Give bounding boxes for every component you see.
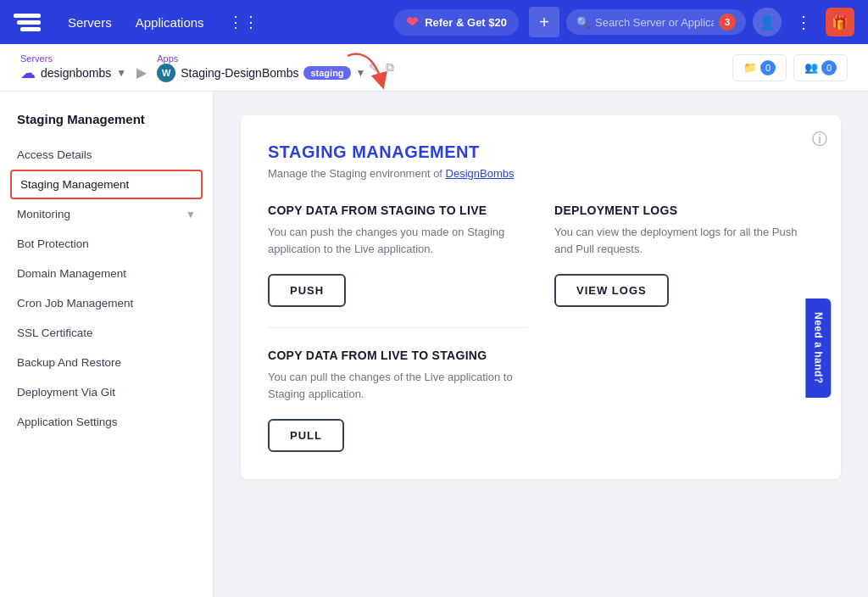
logs-section-title: DEPLOYMENT LOGS: [554, 204, 814, 217]
app-name: Staging-DesignBombs: [181, 66, 298, 80]
search-badge: 3: [719, 14, 736, 31]
content-area: ⓘ STAGING MANAGEMENT Manage the Staging …: [214, 92, 868, 597]
wordpress-icon: W: [157, 64, 175, 82]
divider: [268, 327, 527, 328]
search-input[interactable]: [595, 16, 714, 29]
sidebar-item-bot-protection[interactable]: Bot Protection: [0, 229, 213, 259]
left-column: COPY DATA FROM STAGING TO LIVE You can p…: [268, 204, 527, 452]
breadcrumb-row: Servers ☁ designbombs ▼ ▶ Apps W Staging…: [0, 44, 868, 92]
sidebar-application-settings-label: Application Settings: [17, 416, 118, 428]
sidebar-domain-management-label: Domain Management: [17, 267, 126, 280]
server-icon: ☁: [20, 64, 36, 82]
breadcrumb-right-actions: 📁 0 👥 0: [732, 54, 848, 81]
sidebar-item-backup-and-restore[interactable]: Backup And Restore: [0, 348, 213, 377]
sidebar-title: Staging Management: [0, 112, 213, 140]
pull-section-title: COPY DATA FROM LIVE TO STAGING: [268, 349, 527, 362]
page-subtitle: Manage the Staging environment of Design…: [268, 167, 814, 180]
users-icon: 👥: [804, 61, 818, 74]
files-count: 0: [760, 60, 776, 75]
files-button[interactable]: 📁 0: [732, 54, 787, 81]
help-icon[interactable]: ⓘ: [812, 129, 827, 149]
refer-button[interactable]: ❤ Refer & Get $20: [394, 9, 519, 36]
external-link-icon[interactable]: ⧉: [386, 60, 394, 75]
logs-section-desc: You can view the deployment logs for all…: [554, 224, 814, 257]
grid-icon[interactable]: ⋮⋮: [220, 8, 267, 36]
main-layout: Staging Management Access Details Stagin…: [0, 92, 868, 597]
svg-rect-2: [20, 27, 41, 31]
files-icon: 📁: [743, 61, 757, 74]
sidebar-bot-protection-label: Bot Protection: [17, 237, 89, 250]
server-dropdown-icon[interactable]: ▼: [116, 67, 126, 79]
breadcrumb-app-value[interactable]: W Staging-DesignBombs staging ▼: [157, 64, 365, 82]
push-section-desc: You can push the changes you made on Sta…: [268, 224, 527, 257]
svg-rect-0: [14, 14, 41, 18]
breadcrumb-actions: ✎ ⧉: [369, 60, 394, 75]
sidebar-access-details-label: Access Details: [17, 148, 92, 161]
page-title: STAGING MANAGEMENT: [268, 142, 814, 162]
users-button[interactable]: 👥 0: [793, 54, 848, 81]
sidebar-monitoring-label: Monitoring: [17, 208, 70, 220]
subtitle-text: Manage the Staging environment of: [268, 167, 446, 180]
sidebar-cron-job-management-label: Cron Job Management: [17, 297, 133, 310]
svg-rect-1: [17, 20, 41, 25]
two-col-layout: COPY DATA FROM STAGING TO LIVE You can p…: [268, 204, 814, 452]
gift-icon[interactable]: 🎁: [826, 8, 854, 36]
more-icon[interactable]: ⋮: [788, 8, 819, 36]
pull-button[interactable]: PULL: [268, 419, 344, 452]
breadcrumb-apps-label: Apps: [157, 53, 365, 64]
sidebar-item-ssl-certificate[interactable]: SSL Certificate: [0, 318, 213, 348]
edit-icon[interactable]: ✎: [369, 61, 379, 75]
heart-icon: ❤: [406, 14, 418, 31]
users-count: 0: [821, 60, 837, 75]
sidebar: Staging Management Access Details Stagin…: [0, 92, 214, 597]
sidebar-deployment-git-label: Deployment Via Git: [17, 386, 115, 399]
breadcrumb-apps: Apps W Staging-DesignBombs staging ▼: [157, 53, 365, 82]
logo[interactable]: [14, 10, 46, 34]
sidebar-item-application-settings[interactable]: Application Settings: [0, 407, 213, 437]
push-section-title: COPY DATA FROM STAGING TO LIVE: [268, 204, 527, 217]
sidebar-item-access-details[interactable]: Access Details: [0, 140, 213, 170]
sidebar-ssl-certificate-label: SSL Certificate: [17, 326, 93, 339]
push-button[interactable]: PUSH: [268, 274, 346, 307]
breadcrumb-chevron: ▶: [136, 64, 147, 81]
nav-applications[interactable]: Applications: [127, 10, 213, 35]
sidebar-item-staging-management[interactable]: Staging Management: [10, 170, 203, 199]
sidebar-item-deployment-via-git[interactable]: Deployment Via Git: [0, 377, 213, 407]
topnav: Servers Applications ⋮⋮ ❤ Refer & Get $2…: [0, 0, 868, 44]
chevron-down-icon: ▼: [186, 209, 196, 220]
subtitle-link[interactable]: DesignBombs: [446, 167, 515, 180]
avatar[interactable]: 👤: [753, 8, 782, 36]
search-bar[interactable]: 🔍 3: [566, 9, 746, 35]
refer-label: Refer & Get $20: [425, 16, 507, 29]
app-dropdown-icon[interactable]: ▼: [356, 67, 366, 79]
staging-badge: staging: [303, 66, 350, 80]
search-icon: 🔍: [576, 16, 590, 29]
content-card: ⓘ STAGING MANAGEMENT Manage the Staging …: [241, 115, 841, 479]
nav-servers[interactable]: Servers: [59, 10, 120, 35]
add-button[interactable]: +: [529, 7, 559, 37]
server-name: designbombs: [41, 66, 111, 80]
breadcrumb-servers-value[interactable]: ☁ designbombs ▼: [20, 64, 126, 82]
breadcrumb-servers: Servers ☁ designbombs ▼: [20, 53, 126, 82]
right-column: DEPLOYMENT LOGS You can view the deploym…: [554, 204, 814, 452]
breadcrumb-servers-label: Servers: [20, 53, 126, 64]
need-a-hand-button[interactable]: Need a hand?: [806, 298, 832, 398]
sidebar-backup-restore-label: Backup And Restore: [17, 356, 121, 369]
sidebar-staging-management-label: Staging Management: [20, 178, 129, 191]
view-logs-button[interactable]: VIEW LOGS: [554, 274, 669, 307]
sidebar-item-cron-job-management[interactable]: Cron Job Management: [0, 288, 213, 318]
pull-section-desc: You can pull the changes of the Live app…: [268, 369, 527, 402]
sidebar-item-monitoring[interactable]: Monitoring ▼: [0, 199, 213, 229]
sidebar-item-domain-management[interactable]: Domain Management: [0, 259, 213, 288]
